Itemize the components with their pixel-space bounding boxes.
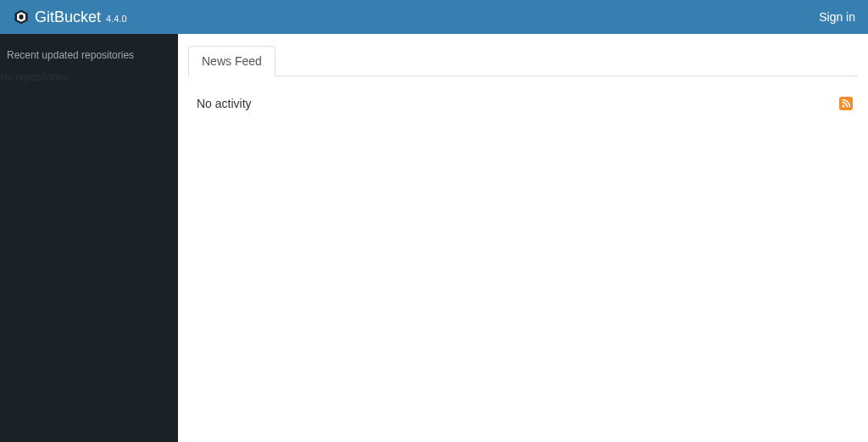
tab-news-feed[interactable]: News Feed (188, 46, 275, 76)
tabs: News Feed (188, 46, 858, 76)
signin-link[interactable]: Sign in (819, 10, 855, 24)
top-header: GitBucket 4.4.0 Sign in (0, 0, 868, 34)
brand[interactable]: GitBucket 4.4.0 (13, 8, 127, 26)
svg-point-0 (843, 105, 845, 108)
main-content: News Feed No activity (178, 34, 868, 442)
sidebar-empty-text: No repositories (0, 66, 178, 83)
no-activity-text: No activity (197, 97, 252, 110)
content-row: No activity (188, 76, 858, 110)
gitbucket-logo-icon (13, 8, 30, 25)
sidebar-heading: Recent updated repositories (0, 41, 178, 66)
rss-icon[interactable] (839, 97, 853, 110)
sidebar: Recent updated repositories No repositor… (0, 34, 178, 442)
layout: Recent updated repositories No repositor… (0, 34, 868, 442)
brand-version: 4.4.0 (106, 14, 126, 24)
brand-name: GitBucket (35, 8, 101, 26)
